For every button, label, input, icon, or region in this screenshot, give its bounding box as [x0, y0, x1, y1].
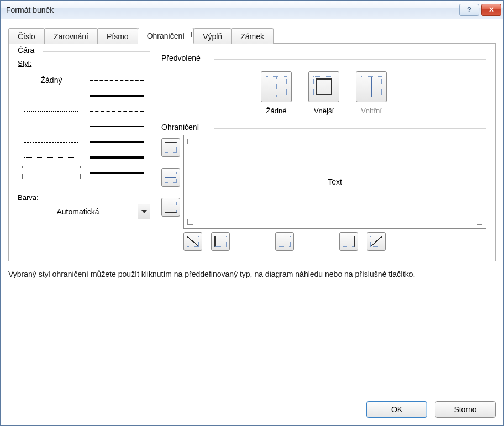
preset-inner-label: Vnitřní [361, 107, 382, 115]
line-style-2[interactable] [22, 103, 81, 119]
preview-corner-icon [187, 219, 193, 225]
border-right-button[interactable] [339, 232, 358, 251]
preset-none: Žádné [261, 71, 292, 115]
cancel-button[interactable]: Storno [435, 401, 496, 418]
window-title: Formát buněk [6, 6, 459, 14]
border-preview[interactable]: Text [183, 135, 486, 229]
border-bottom-button[interactable] [161, 198, 180, 217]
border-left-button[interactable] [211, 232, 230, 251]
preset-outer-button[interactable] [308, 71, 339, 102]
group-border: Ohraničení Text [161, 128, 486, 251]
line-style-7[interactable] [87, 72, 146, 88]
group-line: Čára Styl: Žádný [18, 51, 150, 251]
ok-button[interactable]: OK [366, 401, 427, 418]
group-presets: Předvolené Žádné [161, 59, 486, 118]
preset-inner-button[interactable] [356, 71, 387, 102]
tab-alignment[interactable]: Zarovnání [44, 28, 98, 44]
line-style-8[interactable] [87, 88, 146, 103]
border-middle-v-button[interactable] [275, 232, 294, 251]
border-horizontal-buttons [183, 232, 486, 251]
tab-fill[interactable]: Výplň [193, 28, 232, 44]
help-button[interactable]: ? [459, 4, 479, 16]
group-presets-label: Předvolené [161, 54, 206, 62]
line-style-3[interactable] [22, 119, 81, 134]
group-line-label: Čára [18, 46, 39, 55]
line-style-4[interactable] [22, 134, 81, 150]
close-button[interactable]: ✕ [481, 4, 501, 16]
format-cells-dialog: Formát buněk ? ✕ Číslo Zarovnání Písmo O… [0, 0, 504, 426]
dialog-buttons: OK Storno [8, 391, 496, 418]
line-style-13[interactable] [87, 165, 146, 181]
style-label: Styl: [18, 59, 150, 67]
help-icon: ? [467, 6, 471, 14]
preset-inner: Vnitřní [356, 71, 387, 115]
line-style-12[interactable] [87, 150, 146, 165]
preview-corner-icon [477, 139, 482, 144]
group-border-label: Ohraničení [161, 123, 204, 132]
close-icon: ✕ [489, 6, 495, 14]
preset-none-label: Žádné [266, 107, 287, 115]
preset-none-button[interactable] [261, 71, 292, 102]
tabstrip: Číslo Zarovnání Písmo Ohraničení Výplň Z… [8, 25, 496, 44]
line-style-11[interactable] [87, 134, 146, 150]
right-column: Předvolené Žádné [161, 51, 486, 251]
line-style-list[interactable]: Žádný [18, 69, 150, 183]
line-style-5[interactable] [22, 150, 81, 165]
tab-font[interactable]: Písmo [97, 28, 138, 44]
tab-border[interactable]: Ohraničení [138, 28, 194, 44]
preset-outer-label: Vnější [314, 107, 334, 115]
line-style-1[interactable] [22, 88, 81, 103]
line-style-9[interactable] [87, 103, 146, 119]
tab-protection[interactable]: Zámek [231, 28, 274, 44]
border-middle-h-button[interactable] [161, 168, 180, 187]
preview-text: Text [328, 177, 342, 186]
chevron-down-icon [138, 204, 150, 219]
color-label: Barva: [18, 193, 150, 202]
preview-corner-icon [477, 219, 482, 225]
border-diag-down-button[interactable] [367, 232, 386, 251]
titlebar: Formát buněk ? ✕ [1, 1, 503, 19]
preset-outer: Vnější [308, 71, 339, 115]
tab-number[interactable]: Číslo [8, 28, 45, 44]
hint-text: Vybraný styl ohraničení můžete použít kl… [8, 261, 496, 280]
line-color-combo[interactable]: Automatická [18, 204, 150, 219]
border-vertical-buttons [161, 135, 180, 229]
line-style-none[interactable]: Žádný [22, 72, 81, 88]
border-top-button[interactable] [161, 138, 180, 157]
line-style-10[interactable] [87, 119, 146, 134]
preview-corner-icon [187, 139, 193, 144]
dialog-content: Číslo Zarovnání Písmo Ohraničení Výplň Z… [1, 19, 503, 425]
titlebar-buttons: ? ✕ [459, 4, 501, 16]
tab-page-border: Čára Styl: Žádný [8, 44, 496, 261]
line-style-6[interactable] [22, 165, 81, 181]
line-color-value: Automatická [18, 207, 138, 216]
border-diag-up-button[interactable] [183, 232, 202, 251]
